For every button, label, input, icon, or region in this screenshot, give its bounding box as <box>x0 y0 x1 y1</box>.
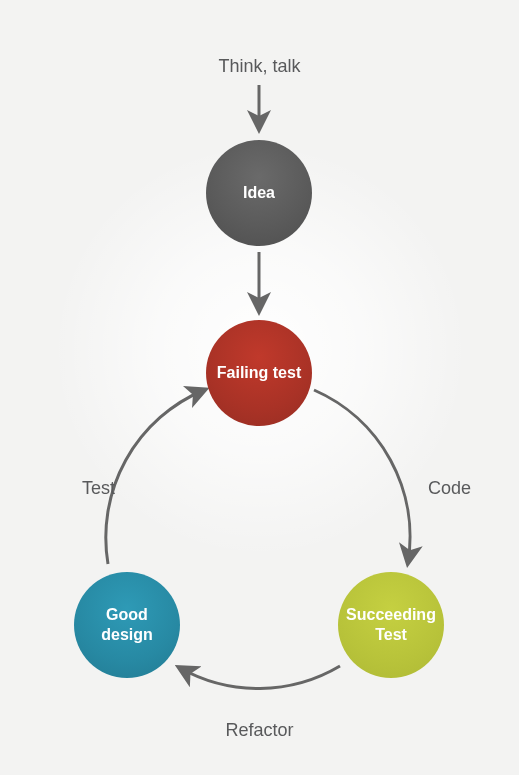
label-test: Test <box>82 478 115 499</box>
node-failing-test-label: Failing test <box>217 363 301 383</box>
node-good-design: Good design <box>74 572 180 678</box>
arrow-succeeding-to-good <box>180 666 340 688</box>
node-succeeding-test-label: Succeeding Test <box>346 605 436 645</box>
label-think-talk: Think, talk <box>218 56 300 77</box>
label-refactor: Refactor <box>225 720 293 741</box>
node-good-design-label: Good design <box>82 605 172 645</box>
arrow-good-to-failing <box>106 390 204 564</box>
node-idea: Idea <box>206 140 312 246</box>
label-code: Code <box>428 478 471 499</box>
node-succeeding-test: Succeeding Test <box>338 572 444 678</box>
node-failing-test: Failing test <box>206 320 312 426</box>
node-idea-label: Idea <box>243 183 275 203</box>
arrow-failing-to-succeeding <box>314 390 410 562</box>
